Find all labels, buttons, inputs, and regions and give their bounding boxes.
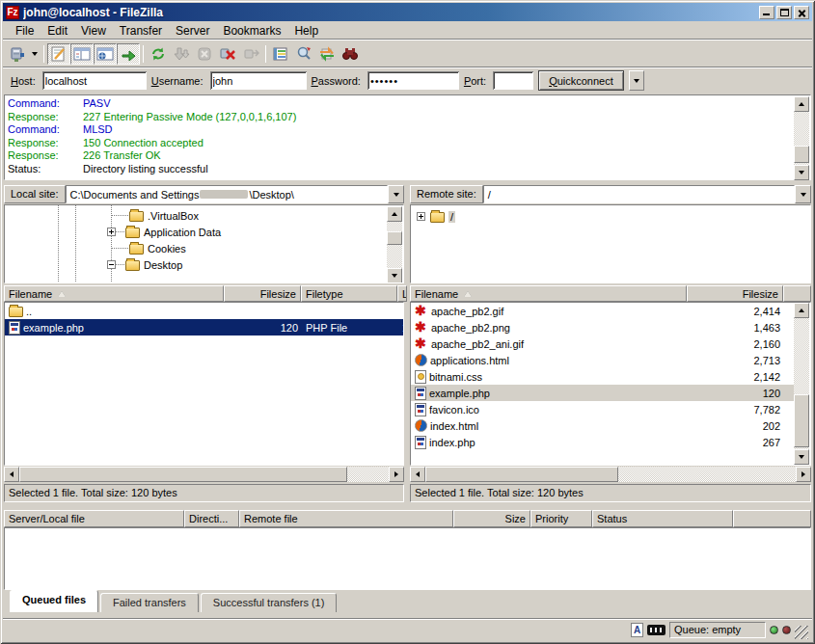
- directory-filter-button[interactable]: [269, 43, 292, 65]
- remote-file-row-selected[interactable]: example.php 120: [411, 385, 795, 401]
- local-tree-scroll-thumb[interactable]: [387, 231, 402, 245]
- local-tree-scroll-down[interactable]: [387, 268, 402, 283]
- site-manager-button[interactable]: [6, 43, 29, 65]
- menu-server[interactable]: Server: [169, 22, 216, 40]
- local-site-label: Local site:: [4, 185, 66, 203]
- remote-file-row[interactable]: bitnami.css 2,142: [411, 368, 795, 385]
- remote-file-row[interactable]: applications.html 2,713: [411, 352, 795, 368]
- menu-help[interactable]: Help: [287, 22, 325, 40]
- password-input[interactable]: [367, 71, 459, 90]
- tree-item-label: /: [448, 211, 455, 223]
- remote-scroll-up[interactable]: [794, 303, 809, 318]
- local-site-dropdown[interactable]: [388, 185, 404, 203]
- tree-connector: [116, 231, 125, 232]
- remote-scroll-down[interactable]: [794, 449, 809, 465]
- remote-path-text: /: [488, 189, 491, 201]
- queue-col-serverlocal[interactable]: Server/Local file: [4, 510, 184, 527]
- local-file-row-example-php[interactable]: example.php 120 PHP File 1: [5, 319, 403, 335]
- port-input[interactable]: [493, 71, 533, 90]
- filesize: 120: [281, 322, 298, 334]
- local-path-text2: \Desktop\: [249, 189, 293, 201]
- remote-scroll-left[interactable]: [410, 467, 425, 482]
- transfer-type-ascii-icon[interactable]: A: [631, 623, 643, 637]
- queue-list[interactable]: [4, 527, 811, 590]
- menu-transfer[interactable]: Transfer: [113, 22, 169, 40]
- menu-bookmarks[interactable]: Bookmarks: [216, 22, 287, 40]
- expand-plus-icon[interactable]: [107, 228, 116, 236]
- username-input[interactable]: [210, 71, 307, 90]
- queue-col-size[interactable]: Size: [453, 510, 530, 527]
- find-files-button[interactable]: [339, 43, 362, 65]
- tree-item-virtualbox[interactable]: .VirtualBox: [112, 207, 199, 224]
- tree-item-application-data[interactable]: Application Data: [107, 224, 221, 240]
- synchronized-browsing-button[interactable]: [315, 43, 339, 65]
- remote-file-row[interactable]: ✱apache_pb2.gif 2,414: [411, 303, 795, 319]
- local-tree-scroll-up[interactable]: [387, 206, 402, 222]
- quickconnect-dropdown[interactable]: [629, 70, 644, 91]
- log-scroll-thumb[interactable]: [794, 146, 809, 163]
- local-scroll-right[interactable]: [389, 467, 404, 482]
- local-col-filetype[interactable]: Filetype: [301, 285, 397, 302]
- column-label: L: [402, 288, 407, 300]
- cancel-operation-button[interactable]: [193, 43, 216, 65]
- remote-vscroll-thumb[interactable]: [794, 394, 809, 447]
- filesize: 2,142: [753, 371, 780, 383]
- site-manager-dropdown[interactable]: [29, 43, 41, 65]
- tab-successful-transfers[interactable]: Successful transfers (1): [201, 593, 338, 612]
- log-scroll-up[interactable]: [794, 96, 809, 112]
- tree-item-cookies[interactable]: Cookies: [112, 240, 186, 256]
- remote-file-row[interactable]: ✱apache_pb2.png 1,463: [411, 319, 795, 335]
- title-bar[interactable]: Fz john@localhost - FileZilla: [3, 3, 812, 21]
- remote-hscrollbar[interactable]: [410, 467, 811, 482]
- remote-site-path[interactable]: /: [483, 185, 795, 203]
- local-col-filename[interactable]: Filename: [4, 285, 224, 302]
- local-hscroll-thumb[interactable]: [19, 467, 347, 482]
- queue-col-status[interactable]: Status: [592, 510, 733, 527]
- toggle-transfer-queue-button[interactable]: [117, 43, 140, 65]
- menu-file[interactable]: File: [9, 22, 41, 40]
- remote-col-filename[interactable]: Filename: [410, 285, 687, 302]
- toggle-remote-tree-button[interactable]: [94, 43, 117, 65]
- expand-plus-icon[interactable]: [417, 212, 425, 221]
- maximize-button[interactable]: [776, 6, 792, 19]
- toggle-local-tree-button[interactable]: [70, 43, 94, 65]
- local-site-path[interactable]: C:\Documents and Settings\Desktop\: [66, 185, 388, 203]
- process-queue-button[interactable]: [170, 43, 193, 65]
- local-col-filesize[interactable]: Filesize: [224, 285, 301, 302]
- queue-col-direction[interactable]: Directi...: [184, 510, 239, 527]
- collapse-minus-icon[interactable]: [107, 260, 116, 269]
- host-input[interactable]: [42, 71, 147, 90]
- remote-file-row[interactable]: ✱apache_pb2_ani.gif 2,160: [411, 335, 795, 352]
- resize-grip[interactable]: [795, 626, 808, 639]
- menu-edit[interactable]: Edit: [41, 22, 74, 40]
- local-file-row-up[interactable]: ..: [5, 303, 403, 319]
- reconnect-button[interactable]: [239, 43, 262, 65]
- toggle-message-log-button[interactable]: [47, 43, 70, 65]
- remote-col-filesize[interactable]: Filesize: [687, 285, 783, 302]
- log-scroll-down[interactable]: [794, 165, 809, 180]
- quickconnect-button[interactable]: Quickconnect: [538, 70, 624, 91]
- remote-tree-item-root[interactable]: /: [417, 208, 455, 225]
- remote-site-dropdown[interactable]: [795, 185, 811, 203]
- refresh-button[interactable]: [147, 43, 170, 65]
- queue-col-priority[interactable]: Priority: [530, 510, 592, 527]
- menu-view[interactable]: View: [74, 22, 113, 40]
- compare-directories-button[interactable]: [292, 43, 315, 65]
- remote-hscroll-thumb[interactable]: [425, 467, 618, 482]
- sync-browsing-icon: [318, 45, 336, 63]
- tab-failed-transfers[interactable]: Failed transfers: [100, 593, 199, 612]
- remote-file-row[interactable]: index.php 267: [411, 434, 795, 450]
- remote-scroll-right[interactable]: [796, 467, 811, 482]
- queue-col-remotefile[interactable]: Remote file: [239, 510, 453, 527]
- local-col-lastmodified[interactable]: L: [397, 285, 407, 302]
- local-scroll-left[interactable]: [4, 467, 19, 482]
- local-hscrollbar[interactable]: [4, 467, 404, 482]
- disconnect-button[interactable]: [216, 43, 239, 65]
- remote-file-row[interactable]: favicon.ico 7,782: [411, 401, 795, 417]
- speed-limits-icon[interactable]: [647, 625, 666, 635]
- tree-item-desktop[interactable]: Desktop: [107, 256, 182, 273]
- close-button[interactable]: [794, 6, 809, 19]
- remote-file-row[interactable]: index.html 202: [411, 417, 795, 434]
- minimize-button[interactable]: [759, 6, 774, 19]
- tab-queued-files[interactable]: Queued files: [10, 590, 98, 612]
